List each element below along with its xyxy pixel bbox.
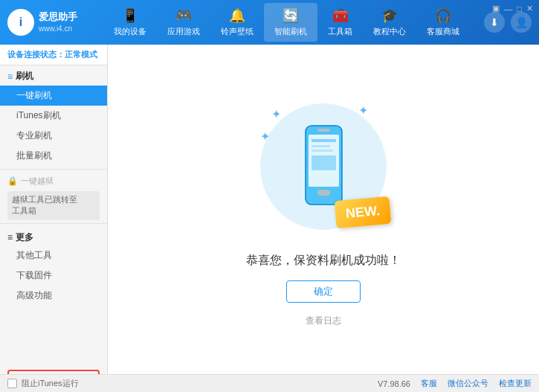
svg-rect-7 xyxy=(312,155,336,170)
success-illustration: ✦ ✦ ✦ xyxy=(249,92,398,241)
nav-service[interactable]: 🎧 客服商城 xyxy=(416,3,470,42)
more-section-header: ≡ 更多 xyxy=(0,227,107,245)
flash-icon: ≡ xyxy=(7,71,13,82)
apps-games-icon: 🎮 xyxy=(175,7,192,24)
check-update-link[interactable]: 检查更新 xyxy=(499,378,532,389)
connection-status: 设备连接状态：正常模式 xyxy=(0,45,107,65)
svg-rect-2 xyxy=(317,190,330,196)
header-right: ⬇ 👤 xyxy=(484,12,532,33)
jailbreak-note: 越狱工具已跳转至 工具箱 xyxy=(7,191,100,220)
device-bottom-panel: 自动激活 跳时向导 📱 iPhone 15 Pro Max 512GB iPho… xyxy=(0,365,107,374)
sidebar-spacer xyxy=(0,306,107,365)
svg-rect-5 xyxy=(312,145,330,147)
activation-controls: 自动激活 跳时向导 xyxy=(7,370,100,374)
header: i 爱思助手 www.i4.cn 📱 我的设备 🎮 应用游戏 🔔 铃声壁纸 � xyxy=(0,0,539,45)
jailbreak-section-header: 🔒 一键越狱 xyxy=(0,173,107,188)
sidebar-batch-flash[interactable]: 批量刷机 xyxy=(0,146,107,166)
customer-service-link[interactable]: 客服 xyxy=(421,378,437,389)
phone-image xyxy=(300,124,348,208)
nav-tutorials[interactable]: 🎓 教程中心 xyxy=(363,3,416,42)
new-badge: NEW. xyxy=(335,196,392,228)
content-area: ✦ ✦ ✦ xyxy=(108,45,539,374)
sidebar-download-firmware[interactable]: 下载固件 xyxy=(0,266,107,286)
download-button[interactable]: ⬇ xyxy=(484,12,505,33)
logo-area: i 爱思助手 www.i4.cn xyxy=(7,9,89,36)
window-controls: ▣ — □ ✕ xyxy=(492,4,533,13)
sidebar-other-tools[interactable]: 其他工具 xyxy=(0,245,107,266)
confirm-button[interactable]: 确定 xyxy=(286,280,361,303)
nav-apps-games[interactable]: 🎮 应用游戏 xyxy=(157,3,210,42)
smart-flash-icon: 🔄 xyxy=(283,7,299,24)
phone-svg xyxy=(300,124,348,206)
sidebar-itunes-flash[interactable]: iTunes刷机 xyxy=(0,106,107,126)
svg-rect-3 xyxy=(317,129,330,132)
sidebar-pro-flash[interactable]: 专业刷机 xyxy=(0,126,107,146)
sidebar-advanced[interactable]: 高级功能 xyxy=(0,286,107,306)
sidebar-one-key-flash[interactable]: 一键刷机 xyxy=(0,86,107,106)
sparkle-1: ✦ xyxy=(271,107,281,121)
status-bar-left: 阻止iTunes运行 xyxy=(7,378,378,389)
logo-icon: i xyxy=(7,9,34,36)
status-bar-right: V7.98.66 客服 微信公众号 检查更新 xyxy=(378,378,532,389)
svg-rect-4 xyxy=(312,139,336,142)
lock-icon: 🔒 xyxy=(7,176,18,186)
version-label: V7.98.66 xyxy=(378,379,410,388)
sidebar: 设备连接状态：正常模式 ≡ 刷机 一键刷机 iTunes刷机 专业刷机 批量刷机 xyxy=(0,45,108,374)
itunes-label: 阻止iTunes运行 xyxy=(22,378,79,389)
itunes-checkbox[interactable] xyxy=(7,379,17,388)
svg-rect-6 xyxy=(312,150,333,152)
more-icon: ≡ xyxy=(7,232,13,242)
main-layout: 设备连接状态：正常模式 ≡ 刷机 一键刷机 iTunes刷机 专业刷机 批量刷机 xyxy=(0,45,539,374)
ringtones-icon: 🔔 xyxy=(229,7,245,24)
nav-my-device[interactable]: 📱 我的设备 xyxy=(103,3,157,42)
flash-section-header: ≡ 刷机 xyxy=(0,65,107,86)
user-button[interactable]: 👤 xyxy=(511,12,532,33)
logo-text: 爱思助手 www.i4.cn xyxy=(39,11,77,33)
sparkle-3: ✦ xyxy=(260,129,270,144)
divider-2 xyxy=(0,223,107,224)
status-bar: 阻止iTunes运行 V7.98.66 客服 微信公众号 检查更新 xyxy=(0,374,539,392)
sparkle-2: ✦ xyxy=(358,103,368,118)
wechat-link[interactable]: 微信公众号 xyxy=(448,378,488,389)
my-device-icon: 📱 xyxy=(122,7,138,24)
toolbox-icon: 🧰 xyxy=(332,7,349,24)
success-text: 恭喜您，保资料刷机成功啦！ xyxy=(246,253,401,269)
divider-1 xyxy=(0,169,107,170)
tutorials-icon: 🎓 xyxy=(381,7,398,24)
log-link[interactable]: 查看日志 xyxy=(306,315,341,327)
nav-toolbox[interactable]: 🧰 工具箱 xyxy=(317,3,363,42)
nav-bar: 📱 我的设备 🎮 应用游戏 🔔 铃声壁纸 🔄 智能刷机 🧰 工具箱 🎓 xyxy=(89,3,484,42)
nav-smart-flash[interactable]: 🔄 智能刷机 xyxy=(264,3,317,42)
nav-ringtones[interactable]: 🔔 铃声壁纸 xyxy=(210,3,264,42)
service-icon: 🎧 xyxy=(435,7,451,24)
